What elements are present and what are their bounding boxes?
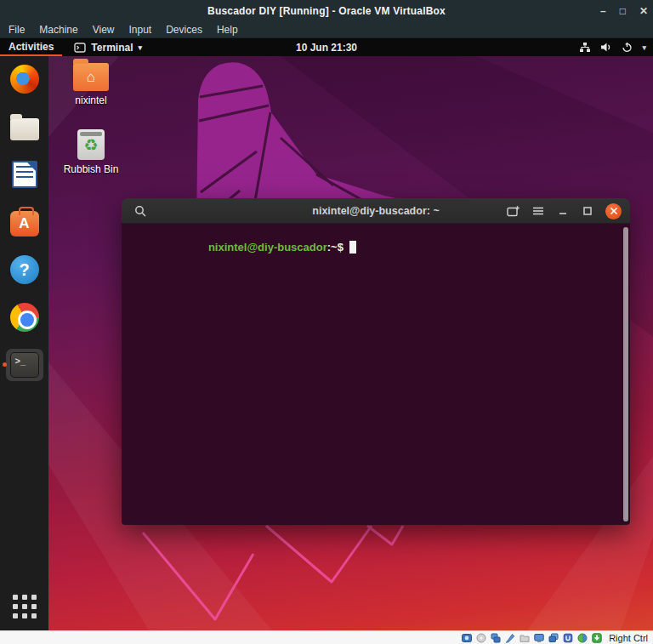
dock-item-ubuntu-software[interactable]: A: [6, 206, 43, 238]
terminal-prompt: nixintel@diy-buscador:~$: [128, 228, 623, 266]
app-menu-label: Terminal: [91, 42, 133, 54]
rubbish-bin-icon: ♻: [77, 129, 105, 160]
menu-view[interactable]: View: [93, 24, 115, 36]
terminal-icon: >_: [10, 352, 39, 378]
dock-item-files[interactable]: [6, 111, 43, 143]
gnome-topbar: Activities Terminal ▾ 10 Jun 21:30: [0, 38, 653, 56]
terminal-mini-icon: [74, 43, 86, 53]
dock-item-chrome[interactable]: [6, 301, 43, 333]
dock: A ? >_: [0, 56, 48, 630]
terminal-scrollbar[interactable]: [623, 227, 628, 521]
keyboard-icon[interactable]: [591, 632, 602, 643]
minimize-icon[interactable]: –: [600, 6, 606, 16]
volume-icon: [600, 42, 612, 53]
new-tab-icon[interactable]: [507, 204, 520, 218]
menu-machine[interactable]: Machine: [39, 24, 77, 36]
chevron-down-icon: ▾: [138, 43, 142, 52]
shared-folders-icon[interactable]: [519, 632, 530, 643]
dock-item-libreoffice-writer[interactable]: [6, 158, 43, 191]
usb-devices-icon[interactable]: [504, 632, 515, 643]
menu-help[interactable]: Help: [217, 24, 238, 36]
dock-item-terminal[interactable]: >_: [6, 349, 43, 381]
menu-input[interactable]: Input: [129, 24, 152, 36]
terminal-cursor: [349, 241, 356, 254]
show-applications-button[interactable]: [13, 595, 37, 618]
chrome-icon: [10, 303, 39, 332]
hard-disk-icon[interactable]: [461, 632, 472, 643]
desktop-icon-nixintel[interactable]: ⌂ nixintel: [64, 63, 118, 106]
maximize-icon[interactable]: □: [620, 6, 626, 16]
display-icon[interactable]: [533, 632, 544, 643]
vbox-window-controls: – □ ✕: [600, 0, 648, 22]
desktop-icon-label: Rubbish Bin: [64, 163, 119, 175]
virtualbox-window: Buscador DIY [Running] - Oracle VM Virtu…: [0, 0, 653, 644]
vbox-titlebar[interactable]: Buscador DIY [Running] - Oracle VM Virtu…: [0, 0, 653, 22]
activities-button[interactable]: Activities: [0, 38, 62, 56]
features-icon[interactable]: [562, 632, 573, 643]
minimize-icon[interactable]: [556, 204, 570, 218]
menu-icon[interactable]: [531, 204, 545, 218]
vm-screen: Activities Terminal ▾ 10 Jun 21:30: [0, 38, 653, 630]
desktop: ⌂ nixintel ♻ Rubbish Bin nixintel@diy-bu…: [0, 56, 653, 630]
vbox-menubar: File Machine View Input Devices Help: [0, 22, 653, 38]
folder-home-icon: ⌂: [73, 63, 109, 91]
network-adapters-icon[interactable]: [490, 632, 501, 643]
menu-file[interactable]: File: [9, 24, 25, 36]
maximize-icon[interactable]: [581, 204, 594, 218]
close-icon[interactable]: [605, 203, 622, 219]
desktop-icon-label: nixintel: [75, 94, 106, 106]
terminal-titlebar[interactable]: nixintel@diy-buscador: ~: [122, 198, 630, 224]
host-key-label: Right Ctrl: [609, 633, 648, 643]
mouse-integration-icon[interactable]: [576, 632, 588, 643]
close-icon[interactable]: ✕: [639, 6, 648, 16]
network-wired-icon: [579, 42, 591, 53]
prompt-user-host: nixintel@diy-buscador: [208, 241, 327, 254]
vbox-window-title: Buscador DIY [Running] - Oracle VM Virtu…: [207, 5, 446, 17]
firefox-icon: [10, 65, 39, 94]
chevron-down-icon: ▾: [642, 43, 646, 52]
terminal-titlebar-buttons: [507, 198, 622, 224]
desktop-icon-rubbish-bin[interactable]: ♻ Rubbish Bin: [64, 129, 118, 175]
video-capture-icon[interactable]: [548, 632, 559, 643]
power-icon: [622, 42, 633, 53]
ubuntu-software-icon: A: [10, 211, 39, 237]
prompt-suffix: :~$: [327, 241, 344, 254]
optical-disc-icon[interactable]: [475, 632, 486, 643]
terminal-body[interactable]: nixintel@diy-buscador:~$: [122, 224, 630, 525]
menu-devices[interactable]: Devices: [166, 24, 202, 36]
system-status-area[interactable]: ▾: [579, 38, 646, 56]
dock-item-help[interactable]: ?: [6, 254, 43, 286]
terminal-window: nixintel@diy-buscador: ~: [122, 198, 630, 525]
search-icon[interactable]: [132, 202, 149, 219]
vbox-statusbar: Right Ctrl: [0, 630, 653, 644]
app-menu-terminal[interactable]: Terminal ▾: [74, 42, 142, 54]
dock-item-firefox[interactable]: [6, 63, 43, 95]
libreoffice-writer-icon: [12, 161, 37, 188]
files-icon: [10, 118, 39, 140]
help-icon: ?: [10, 255, 39, 284]
